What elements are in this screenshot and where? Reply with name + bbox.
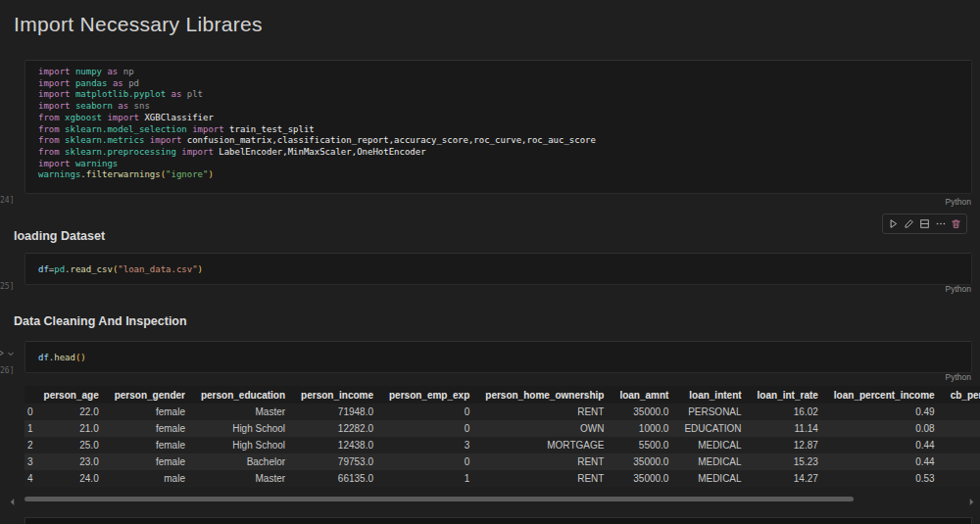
markdown-title: Import Necessary Librares (14, 13, 263, 36)
cell-run-gutter (0, 344, 15, 361)
code-line: from sklearn.metrics import confusion_ma… (38, 135, 971, 147)
dataframe-table: person_ageperson_genderperson_educationp… (24, 386, 980, 487)
table-cell: High School (193, 420, 293, 437)
more-actions-button[interactable] (933, 216, 948, 231)
code-line: from sklearn.preprocessing import LabelE… (38, 147, 971, 159)
code-token: train_test_split (229, 124, 315, 134)
code-cell-imports[interactable]: import numpy as npimport pandas as pdimp… (24, 60, 972, 194)
table-header: loan_int_rate (750, 386, 826, 404)
code-token: seaborn (75, 101, 118, 111)
table-cell: 1 (381, 470, 477, 487)
code-token: import (192, 124, 229, 134)
table-header: cb_person_cred_hist_length (943, 386, 980, 404)
code-token: sklearn.model_selection (65, 124, 192, 134)
table-header (24, 386, 36, 404)
table-cell: 66135.0 (293, 470, 381, 487)
code-editor-df-head[interactable]: df.head() (25, 342, 971, 364)
table-cell: 3 (24, 453, 36, 470)
horizontal-scrollbar[interactable] (24, 497, 854, 501)
code-token: filterwarnings (86, 169, 161, 179)
table-cell: 4.0 (943, 470, 980, 487)
execution-count-imports: 24] (0, 196, 14, 205)
table-cell: female (107, 420, 193, 437)
code-token: pandas (75, 78, 113, 88)
table-cell: 0.53 (826, 470, 943, 487)
run-cell-button[interactable] (886, 216, 901, 231)
code-editor-imports[interactable]: import numpy as npimport pandas as pdimp… (25, 61, 971, 181)
code-token: as (107, 67, 122, 76)
table-cell: 4 (24, 470, 36, 487)
table-cell: 0 (381, 420, 477, 437)
table-cell: 35000.0 (612, 404, 676, 420)
table-cell: 12282.0 (293, 420, 381, 437)
run-dropdown-chevron-icon[interactable] (7, 344, 15, 361)
code-token: sns (134, 101, 150, 111)
table-cell: 14.27 (750, 470, 826, 487)
language-indicator[interactable]: Python (946, 372, 971, 382)
delete-cell-icon (951, 218, 961, 229)
delete-cell-button[interactable] (949, 216, 963, 231)
code-token: import (181, 147, 219, 157)
table-cell: 79753.0 (293, 453, 381, 470)
code-line: warnings.filterwarnings("ignore") (38, 169, 971, 181)
code-token: ) (208, 169, 213, 179)
code-token: from (38, 124, 65, 134)
code-token: import (150, 135, 187, 145)
code-token: np (123, 67, 134, 76)
code-token: "ignore" (166, 169, 208, 179)
table-cell: 1 (24, 420, 36, 437)
code-token: sklearn.preprocessing (65, 147, 181, 157)
run-cell-icon[interactable] (0, 344, 5, 361)
table-cell: EDUCATION (676, 420, 749, 437)
table-cell: 35000.0 (612, 470, 676, 487)
code-token: from (38, 113, 65, 122)
scroll-right-icon[interactable] (968, 493, 975, 510)
execution-count-load-csv: 25] (0, 282, 14, 291)
code-token: pd (54, 264, 65, 274)
table-cell: 0 (381, 404, 477, 420)
code-token: as (118, 101, 133, 111)
table-header: loan_intent (676, 386, 749, 404)
split-cell-button[interactable] (917, 216, 932, 231)
code-token: numpy (75, 67, 108, 76)
code-token: read_csv (71, 264, 113, 274)
code-line: from xgboost import XGBClassifier (38, 113, 971, 124)
code-token: from (38, 135, 65, 145)
table-cell: 2 (24, 437, 36, 453)
table-cell: 0.44 (826, 437, 943, 453)
table-header: loan_amnt (612, 386, 676, 404)
language-indicator[interactable]: Python (946, 197, 971, 207)
table-header: loan_percent_income (826, 386, 943, 404)
table-cell: Master (193, 470, 293, 487)
edit-cell-icon (904, 218, 914, 229)
code-token: df (38, 353, 49, 362)
table-cell: OWN (477, 420, 612, 437)
code-token: df (38, 264, 49, 274)
table-cell: 11.14 (750, 420, 826, 437)
code-token: from (38, 147, 65, 157)
table-cell: MEDICAL (676, 437, 749, 453)
code-line: import warnings (38, 159, 971, 170)
code-token: "loan_data.csv" (118, 264, 197, 274)
table-cell: 22.0 (36, 404, 107, 420)
next-cell-edge (24, 517, 972, 524)
code-cell-load-csv[interactable]: df=pd.read_csv("loan_data.csv") (24, 253, 972, 285)
code-line: df.head() (38, 353, 971, 364)
table-cell: 0 (24, 404, 36, 420)
table-cell: 1000.0 (612, 420, 676, 437)
edit-cell-button[interactable] (902, 216, 916, 231)
table-header: person_home_ownership (477, 386, 612, 404)
table-header: person_income (293, 386, 381, 404)
table-cell: 0.44 (826, 453, 943, 470)
table-cell: 12.87 (750, 437, 826, 453)
language-indicator[interactable]: Python (946, 284, 971, 294)
table-cell: MORTGAGE (477, 437, 612, 453)
table-row: 022.0femaleMaster71948.00RENT35000.0PERS… (24, 404, 980, 420)
table-header: person_gender (107, 386, 193, 404)
code-cell-df-head[interactable]: df.head() (24, 341, 972, 373)
scroll-left-icon[interactable] (9, 493, 16, 510)
table-cell: 3.0 (943, 437, 980, 453)
code-line: df=pd.read_csv("loan_data.csv") (38, 264, 971, 276)
code-token: matplotlib.pyplot (75, 89, 172, 99)
code-editor-load-csv[interactable]: df=pd.read_csv("loan_data.csv") (25, 254, 971, 276)
